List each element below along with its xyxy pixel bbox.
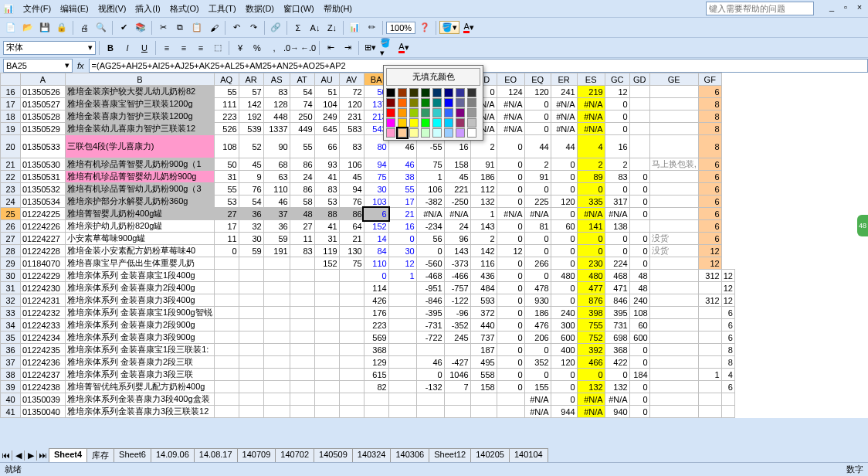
col-header[interactable]: AV (339, 73, 364, 86)
cell[interactable]: #N/A (577, 208, 605, 220)
cell[interactable] (263, 406, 290, 418)
cell[interactable]: 雅培亲体系列 金装喜康宝1段400g (66, 270, 215, 282)
cell[interactable]: 476 (524, 319, 551, 332)
cell[interactable]: 300 (551, 319, 577, 332)
cell[interactable] (649, 135, 698, 158)
cell[interactable] (239, 332, 263, 344)
row-header[interactable]: 27 (1, 233, 21, 245)
cell[interactable]: 30 (388, 245, 416, 257)
cell[interactable] (698, 307, 721, 319)
cell[interactable] (290, 369, 314, 381)
cell[interactable]: 6 (698, 208, 721, 220)
cell[interactable] (339, 393, 364, 406)
cell[interactable] (339, 406, 364, 418)
cell[interactable] (629, 135, 649, 158)
cell[interactable]: -395 (416, 307, 444, 319)
cell[interactable] (339, 381, 364, 393)
cell[interactable]: 0 (524, 98, 551, 110)
cell[interactable] (629, 220, 649, 233)
cell[interactable]: 59 (263, 233, 290, 245)
cell[interactable] (263, 282, 290, 294)
cell[interactable]: -468 (416, 270, 444, 282)
tab-last-icon[interactable]: ⏭ (37, 450, 49, 461)
cell[interactable]: 01224232 (21, 307, 66, 319)
color-swatch[interactable] (409, 88, 419, 97)
color-swatch[interactable] (456, 118, 465, 128)
cell[interactable]: 75 (364, 171, 388, 183)
cell[interactable]: 01224226 (21, 220, 66, 233)
permission-icon[interactable]: 🔒 (54, 20, 70, 36)
cell[interactable]: 600 (551, 332, 577, 344)
cell[interactable]: 雅培亲体系列 金装喜康力2段三联 (66, 356, 215, 369)
cell[interactable]: 53 (314, 196, 339, 208)
cell[interactable] (314, 270, 339, 282)
cell[interactable] (314, 319, 339, 332)
cell[interactable] (290, 257, 314, 270)
cell[interactable]: 01224235 (21, 344, 66, 356)
row-header[interactable]: 20 (1, 135, 21, 158)
research-icon[interactable]: 📚 (133, 20, 148, 36)
color-swatch[interactable] (432, 128, 442, 138)
cell[interactable]: 66 (314, 135, 339, 158)
cell[interactable]: 68 (263, 158, 290, 171)
cell[interactable]: 395 (605, 307, 629, 319)
color-swatch[interactable] (456, 108, 465, 117)
cell[interactable]: 12 (605, 86, 629, 98)
row-header[interactable]: 24 (1, 196, 21, 208)
cell[interactable] (263, 270, 290, 282)
cell[interactable]: 0 (524, 110, 551, 123)
cell[interactable]: 27 (214, 208, 239, 220)
color-swatch[interactable] (409, 98, 419, 107)
cell[interactable]: -757 (444, 282, 470, 294)
cell[interactable]: 雅培菁智优纯系列婴儿配方奶粉400g (66, 381, 215, 393)
cell[interactable]: 240 (551, 307, 577, 319)
cell[interactable]: 没货 (649, 245, 698, 257)
cell[interactable]: 110 (263, 183, 290, 196)
cell[interactable]: 143 (470, 220, 497, 233)
cell[interactable]: 16 (605, 135, 629, 158)
cell[interactable] (290, 406, 314, 418)
inc-indent-icon[interactable]: ⇥ (340, 40, 355, 56)
sheet-tab[interactable]: 14.09.06 (151, 448, 195, 462)
spreadsheet-grid[interactable]: ABAQARASATAUAVBABBBCBRCDEOEQERESGCGDGEGF… (0, 73, 735, 418)
cell[interactable]: 58 (290, 196, 314, 208)
cell[interactable]: 0 (551, 158, 577, 171)
cell[interactable]: -250 (444, 196, 470, 208)
cell[interactable]: 01350040 (21, 406, 66, 418)
col-header[interactable]: B (66, 73, 215, 86)
cell[interactable]: 83 (605, 171, 629, 183)
cell[interactable] (388, 381, 416, 393)
cell[interactable] (290, 344, 314, 356)
color-swatch[interactable] (398, 98, 407, 107)
sheet-tab[interactable]: 140205 (470, 448, 510, 462)
cell[interactable]: 526 (214, 123, 239, 135)
cell[interactable]: 94 (364, 158, 388, 171)
cell[interactable]: 0 (497, 135, 524, 158)
cell[interactable] (339, 344, 364, 356)
cell[interactable]: 480 (551, 270, 577, 282)
color-swatch[interactable] (409, 128, 419, 138)
sort-asc-icon[interactable]: A↓ (307, 20, 323, 36)
font-color-icon-2[interactable]: A▾ (396, 40, 412, 56)
cell[interactable] (388, 294, 416, 307)
cell[interactable]: 27 (290, 220, 314, 233)
cell[interactable] (388, 356, 416, 369)
cell[interactable]: 91 (524, 171, 551, 183)
cell[interactable]: 224 (605, 257, 629, 270)
cell[interactable]: #N/A (497, 110, 524, 123)
cell[interactable]: 0 (629, 406, 649, 418)
color-swatch[interactable] (398, 88, 407, 97)
cell[interactable] (314, 332, 339, 344)
cell[interactable]: 36 (263, 220, 290, 233)
cell[interactable] (470, 406, 497, 418)
cell[interactable]: 0 (551, 245, 577, 257)
cell[interactable]: 539 (239, 123, 263, 135)
underline-icon[interactable]: U (137, 40, 152, 56)
cell[interactable] (239, 393, 263, 406)
cell[interactable]: 132 (577, 381, 605, 393)
cell[interactable]: -122 (444, 294, 470, 307)
cell[interactable]: 0 (551, 393, 577, 406)
cell[interactable]: 雅培有机珍品菁智幼儿奶粉900g（3 (66, 183, 215, 196)
cell[interactable]: 01350531 (21, 171, 66, 183)
font-name-select[interactable]: 宋体▾ (3, 41, 96, 55)
